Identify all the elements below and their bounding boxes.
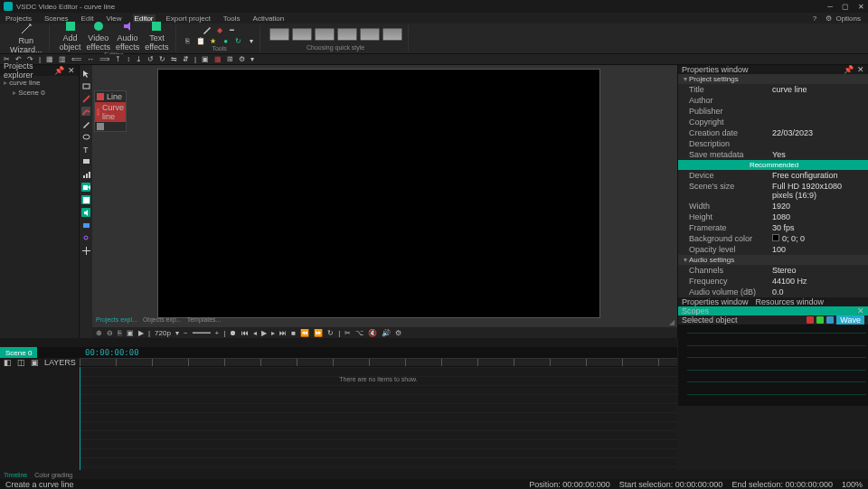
property-value[interactable]: Full HD 1920x1080 pixels (16:9) <box>772 182 857 200</box>
ellipse-tool-icon[interactable] <box>81 132 90 141</box>
property-row[interactable]: Audio volume (dB)0.0 <box>678 287 868 297</box>
flip-v-icon[interactable]: ⇵ <box>183 55 189 63</box>
settings-icon[interactable]: ⚙ <box>239 55 245 63</box>
tab-properties-window[interactable]: Properties window <box>682 297 749 306</box>
property-row[interactable]: Author <box>678 95 868 106</box>
pc-remove-icon[interactable]: ⊖ <box>107 329 113 337</box>
video-effects-button[interactable]: Video effects <box>84 20 113 52</box>
property-value[interactable]: curve line <box>772 85 807 94</box>
pc-settings-icon[interactable]: ⚙ <box>395 329 401 337</box>
property-row[interactable]: Opacity level100 <box>678 244 868 255</box>
tab-color-grading[interactable]: Color grading <box>34 472 72 478</box>
property-row[interactable]: Publisher <box>678 106 868 117</box>
scope-red-icon[interactable] <box>807 316 814 324</box>
style-thumb-1[interactable] <box>269 28 289 41</box>
layer-vis-icon[interactable]: ◧ <box>4 358 12 367</box>
layer-lock-icon[interactable]: ◫ <box>17 358 25 367</box>
section-audio-settings[interactable]: Audio settings <box>678 255 868 265</box>
popup-line[interactable]: Line <box>95 91 126 102</box>
help-icon[interactable]: ? <box>811 14 818 23</box>
section-project-settings[interactable]: Project settings <box>678 74 868 84</box>
property-row[interactable]: Save metadataYes <box>678 149 868 160</box>
popup-curve-line[interactable]: Curve line <box>95 102 126 122</box>
align-middle-icon[interactable]: ↕ <box>127 55 130 63</box>
style-thumb-3[interactable] <box>315 28 335 41</box>
align-center-icon[interactable]: ↔ <box>87 55 94 63</box>
flip-h-icon[interactable]: ⇋ <box>171 55 177 63</box>
pin-icon[interactable]: 📌 <box>54 66 64 75</box>
text-tool-icon[interactable]: T <box>81 145 90 154</box>
pc-step-fwd-icon[interactable]: ▸ <box>271 329 275 337</box>
pc-cut-icon[interactable]: ✂ <box>344 329 351 337</box>
pc-mute-icon[interactable]: 🔇 <box>368 329 377 337</box>
rect-tool-icon[interactable] <box>81 81 90 90</box>
text-effects-button[interactable]: Text effects <box>142 20 171 52</box>
pc-play-icon[interactable]: ▶ <box>138 329 144 337</box>
property-row[interactable]: Height1080 <box>678 212 868 222</box>
paste-icon[interactable]: 📋 <box>196 36 205 45</box>
anchor-tool-icon[interactable] <box>81 246 90 255</box>
property-row[interactable]: Copyright <box>678 117 868 127</box>
property-row[interactable]: DeviceFree configuration <box>678 170 868 181</box>
cursor-tool-icon[interactable] <box>81 69 90 78</box>
video-tool-icon[interactable] <box>81 183 90 192</box>
tooltip-tool-icon[interactable] <box>81 157 90 166</box>
preview-canvas[interactable] <box>157 69 600 318</box>
style-thumb-5[interactable] <box>360 28 380 41</box>
align-bottom-icon[interactable]: ⤓ <box>136 55 142 63</box>
fill-icon[interactable]: ◆ <box>215 25 224 34</box>
property-value[interactable]: Yes <box>772 150 786 159</box>
line-style-icon[interactable]: ━ <box>228 25 237 34</box>
ungroup-icon[interactable]: ▥ <box>59 55 66 63</box>
timeline-scene-tab[interactable]: Scene 0 <box>0 347 37 358</box>
property-value[interactable]: 22/03/2023 <box>772 128 813 137</box>
rotate-right-icon[interactable]: ↻ <box>159 55 165 63</box>
property-value[interactable]: 0.0 <box>772 287 784 296</box>
property-row[interactable]: Background color0; 0; 0 <box>678 233 868 244</box>
pc-zoom-in-icon[interactable]: + <box>215 329 220 337</box>
property-row[interactable]: Creation date22/03/2023 <box>678 127 868 138</box>
prop-close-icon[interactable]: ✕ <box>857 65 864 74</box>
tab-objects-exp[interactable]: Objects exp... <box>143 316 182 325</box>
property-value[interactable]: 0; 0; 0 <box>772 234 805 243</box>
pc-zoom-slider[interactable]: ━━━━ <box>193 329 211 337</box>
refresh-icon[interactable]: ↻ <box>234 36 243 45</box>
property-value[interactable]: 1920 <box>772 202 790 211</box>
pc-clone-icon[interactable]: ⎘ <box>118 329 122 337</box>
pc-res-label[interactable]: 720p <box>155 329 171 337</box>
maximize-icon[interactable]: ▢ <box>842 3 849 11</box>
style-thumb-2[interactable] <box>292 28 312 41</box>
scope-blue-icon[interactable] <box>826 316 834 324</box>
dropdown-icon[interactable]: ▾ <box>250 55 254 63</box>
pc-begin-icon[interactable]: ⏪ <box>300 329 309 337</box>
timeline-tracks[interactable]: There are no items to show. <box>80 367 677 470</box>
pc-next-frame-icon[interactable]: ⏭ <box>279 329 287 337</box>
pc-loop-icon[interactable]: ↻ <box>327 329 334 337</box>
panel-close-icon[interactable]: ✕ <box>68 66 75 75</box>
tab-projects-expl[interactable]: Projects expl... <box>96 316 137 325</box>
run-wizard-button[interactable]: Run Wizard... <box>7 23 45 54</box>
color-swatch-icon[interactable] <box>772 234 779 241</box>
menu-projects[interactable]: Projects <box>4 14 33 23</box>
spray-tool-icon[interactable] <box>81 233 90 242</box>
scope-mode-button[interactable]: Wave <box>836 315 864 324</box>
style-thumb-6[interactable] <box>382 28 402 41</box>
property-row[interactable]: ChannelsStereo <box>678 265 868 276</box>
pc-step-back-icon[interactable]: ◂ <box>253 329 257 337</box>
chart-tool-icon[interactable] <box>81 170 90 179</box>
options-button[interactable]: ⚙ Options <box>824 14 864 23</box>
audio-effects-button[interactable]: Audio effects <box>113 20 142 52</box>
property-value[interactable]: 100 <box>772 245 786 254</box>
menu-activation[interactable]: Activation <box>251 14 287 23</box>
close-icon[interactable]: ✕ <box>858 3 864 11</box>
layer-solo-icon[interactable]: ▣ <box>31 358 39 367</box>
property-value[interactable]: Free configuration <box>772 171 838 180</box>
property-value[interactable]: Stereo <box>772 266 797 275</box>
line-tool-icon[interactable] <box>81 94 90 103</box>
property-value[interactable]: 1080 <box>772 212 790 221</box>
pc-prev-frame-icon[interactable]: ⏮ <box>241 329 249 337</box>
menu-tools[interactable]: Tools <box>222 14 242 23</box>
prop-pin-icon[interactable]: 📌 <box>844 65 854 74</box>
popup-polyline[interactable] <box>95 122 126 131</box>
property-value[interactable]: 44100 Hz <box>772 277 807 286</box>
